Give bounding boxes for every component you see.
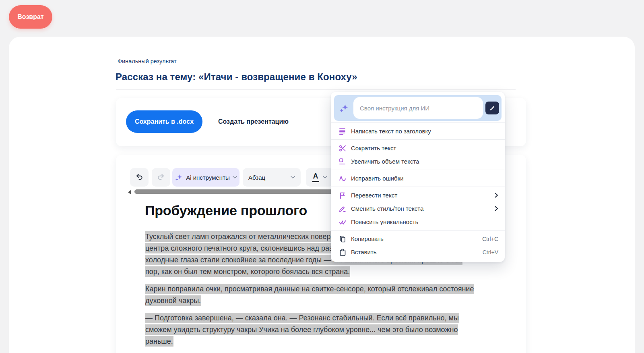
- menu-item-label: Сменить стиль/тон текста: [351, 205, 490, 212]
- document-paragraph: Карин поправила очки, просматривая данны…: [145, 283, 519, 307]
- selected-text-line: — Подготовка завершена, — сказала она. —…: [145, 313, 459, 323]
- scissors-icon: [339, 144, 347, 152]
- document-paragraph: — Подготовка завершена, — сказала она. —…: [145, 312, 519, 347]
- ai-context-menu: Написать текст по заголовку Сократить те…: [331, 92, 505, 262]
- chevron-down-icon: [291, 176, 295, 179]
- spellcheck-icon: [339, 174, 347, 183]
- ai-tools-label: Ai инструменты: [186, 174, 230, 181]
- menu-divider: [331, 170, 505, 170]
- breadcrumb[interactable]: Финальный результат: [118, 58, 177, 64]
- menu-divider: [331, 123, 505, 123]
- menu-item-copy[interactable]: Копировать Ctrl+C: [334, 232, 502, 245]
- menu-item-label: Копировать: [351, 235, 478, 242]
- chevron-right-icon: [495, 206, 498, 211]
- chevron-right-icon: [495, 193, 498, 198]
- shortcut-label: Ctrl+C: [482, 236, 498, 242]
- ai-instruction-input[interactable]: [353, 97, 483, 119]
- menu-item-label: Написать текст по заголовку: [351, 128, 498, 135]
- undo-icon: [135, 173, 144, 182]
- selected-text-line: духовной чакры.: [145, 295, 201, 306]
- selected-text-line: Карин поправила очки, просматривая данны…: [145, 284, 474, 294]
- pencil-icon: [489, 105, 495, 111]
- menu-item-paste[interactable]: Вставить Ctrl+V: [334, 245, 502, 259]
- translate-flag-icon: [339, 191, 347, 199]
- sparkles-icon: [175, 173, 183, 182]
- hscroll-left-arrow[interactable]: [128, 190, 131, 195]
- double-check-icon: [339, 218, 347, 226]
- edit-instruction-button[interactable]: [485, 102, 499, 114]
- menu-item-expand-text[interactable]: Увеличить объем текста: [334, 155, 502, 168]
- menu-item-label: Повысить уникальность: [351, 218, 498, 225]
- menu-divider: [331, 139, 505, 140]
- undo-button[interactable]: [130, 168, 149, 187]
- expand-text-icon: [339, 158, 347, 166]
- paragraph-style-dropdown[interactable]: Абзац: [243, 168, 301, 187]
- sparkles-icon: [337, 103, 351, 113]
- menu-item-change-style-tone[interactable]: Сменить стиль/тон текста: [334, 202, 502, 215]
- menu-item-label: Вставить: [351, 249, 478, 255]
- selected-text-line: сможем увидеть структуру чакры Учиха на …: [145, 324, 458, 335]
- menu-item-label: Исправить ошибки: [351, 175, 498, 182]
- redo-button[interactable]: [152, 168, 170, 187]
- redo-icon: [157, 173, 165, 182]
- text-lines-icon: [339, 127, 347, 135]
- menu-item-write-by-heading[interactable]: Написать текст по заголовку: [334, 125, 502, 138]
- page-title: Рассказ на тему: «Итачи - возвращение в …: [116, 71, 357, 83]
- menu-item-translate-text[interactable]: Перевести текст: [334, 189, 502, 202]
- ai-tools-dropdown[interactable]: Ai инструменты: [172, 168, 239, 187]
- copy-icon: [339, 235, 347, 243]
- pencil-icon: [339, 205, 347, 213]
- paragraph-label: Абзац: [248, 174, 265, 181]
- menu-item-label: Сократить текст: [351, 145, 498, 152]
- menu-item-increase-uniqueness[interactable]: Повысить уникальность: [334, 215, 502, 228]
- selected-text-line: пор, как он был тем монстром, которого б…: [145, 266, 350, 277]
- title-divider: [116, 89, 516, 90]
- shortcut-label: Ctrl+V: [483, 249, 498, 255]
- create-presentation-button[interactable]: Создать презентацию: [213, 110, 294, 133]
- ai-instruction-bar: [334, 95, 502, 121]
- text-color-dropdown[interactable]: A: [306, 168, 333, 187]
- selected-text-line: раньше.: [145, 336, 173, 347]
- menu-item-label: Увеличить объем текста: [351, 158, 498, 165]
- back-button[interactable]: Возврат: [9, 5, 52, 29]
- paste-icon: [339, 248, 347, 256]
- menu-item-shorten-text[interactable]: Сократить текст: [334, 141, 502, 155]
- menu-item-fix-errors[interactable]: Исправить ошибки: [334, 172, 502, 185]
- text-color-label: A: [312, 172, 319, 182]
- chevron-down-icon: [233, 176, 237, 179]
- menu-item-label: Перевести текст: [351, 192, 490, 199]
- chevron-down-icon: [323, 176, 327, 179]
- menu-divider: [331, 187, 505, 187]
- save-docx-button[interactable]: Сохранить в .docx: [126, 110, 202, 133]
- menu-divider: [331, 230, 505, 230]
